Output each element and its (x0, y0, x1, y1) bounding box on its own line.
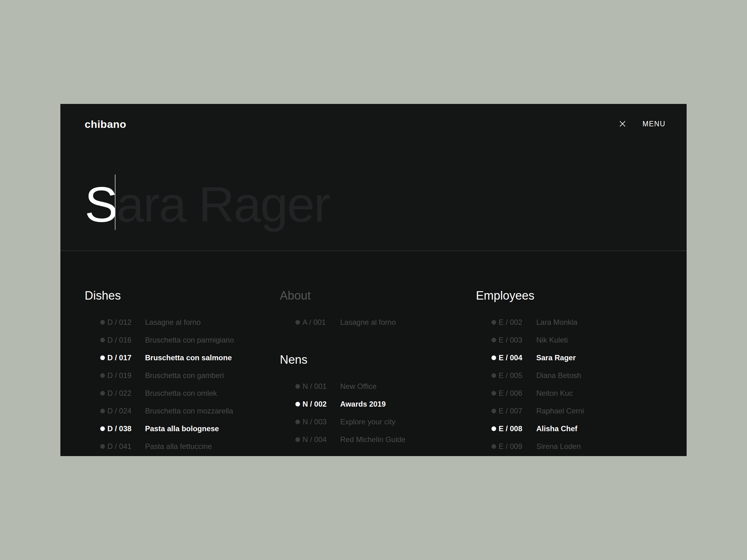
list-item[interactable]: E / 004Sara Rager (476, 349, 663, 367)
list-item[interactable]: E / 002Lara Monkla (476, 313, 663, 331)
list-item[interactable]: N / 001New Office (280, 377, 467, 395)
item-name: Bruschetta con omlek (145, 389, 217, 398)
list-item[interactable]: E / 008Alisha Chef (476, 420, 663, 437)
search-input[interactable]: S ara Rager (60, 104, 687, 250)
item-bullet-icon (491, 373, 496, 378)
section-heading: Employees (476, 290, 663, 301)
item-code: A / 001 (303, 318, 326, 327)
list-item[interactable]: N / 002Awards 2019 (280, 395, 467, 413)
list-item[interactable]: N / 003Explore your city (280, 413, 467, 431)
section-heading: Dishes (85, 290, 272, 301)
results-group: AboutA / 001Lasagne al forno (280, 290, 467, 331)
item-bullet-icon (295, 419, 300, 424)
search-section: chibano S ara Rager MENU (60, 104, 687, 250)
list-item[interactable]: D / 019Bruschetta con gamberi (85, 367, 272, 384)
item-bullet-icon (491, 444, 496, 449)
results-group: DishesD / 012Lasagne al fornoD / 016Brus… (85, 290, 272, 455)
item-name: Lara Monkla (536, 318, 577, 327)
top-actions: MENU (619, 120, 666, 128)
item-bullet-icon (100, 391, 105, 395)
list-item[interactable]: D / 012Lasagne al forno (85, 313, 272, 331)
menu-button[interactable]: MENU (642, 120, 666, 128)
item-bullet-icon (100, 444, 105, 449)
item-code: D / 038 (107, 424, 131, 433)
item-name: Lasagne al forno (340, 318, 396, 327)
item-bullet-icon (100, 426, 105, 431)
item-name: Raphael Cerni (536, 407, 584, 415)
item-name: Lasagne al forno (145, 318, 201, 327)
item-name: Sirena Loden (536, 442, 581, 451)
item-name: Pasta alla fettuccine (145, 442, 212, 451)
list-item[interactable]: A / 001Lasagne al forno (280, 313, 467, 331)
item-code: N / 004 (303, 435, 327, 444)
item-code: D / 016 (107, 336, 131, 344)
item-bullet-icon (295, 437, 300, 442)
item-bullet-icon (491, 320, 496, 324)
results-list: A / 001Lasagne al forno (280, 313, 467, 331)
list-item[interactable]: D / 017Bruschetta con salmone (85, 349, 272, 367)
results-list: D / 012Lasagne al fornoD / 016Bruschetta… (85, 313, 272, 455)
item-bullet-icon (491, 391, 496, 395)
item-name: New Office (340, 382, 377, 391)
list-item[interactable]: E / 009Sirena Loden (476, 437, 663, 455)
close-icon[interactable] (619, 121, 626, 127)
page-background: { "header": { "logo": "chibano", "menu_l… (0, 0, 747, 560)
item-bullet-icon (491, 408, 496, 413)
list-item[interactable]: E / 006Neiton Kuc (476, 384, 663, 402)
item-bullet-icon (491, 426, 496, 431)
employees-column: EmployeesE / 002Lara MonklaE / 003Nik Ku… (476, 251, 663, 455)
item-code: E / 002 (499, 318, 522, 327)
item-bullet-icon (100, 408, 105, 413)
list-item[interactable]: D / 024Bruschetta con mozzarella (85, 402, 272, 420)
item-bullet-icon (100, 338, 105, 342)
item-code: E / 008 (499, 424, 522, 433)
results-group: EmployeesE / 002Lara MonklaE / 003Nik Ku… (476, 290, 663, 455)
item-bullet-icon (295, 384, 300, 389)
list-item[interactable]: E / 003Nik Kuleti (476, 331, 663, 349)
list-item[interactable]: D / 038Pasta alla bolognese (85, 420, 272, 437)
item-code: E / 009 (499, 442, 522, 451)
item-name: Alisha Chef (536, 424, 577, 433)
item-name: Awards 2019 (340, 400, 386, 408)
item-bullet-icon (491, 355, 496, 360)
item-code: E / 003 (499, 336, 522, 344)
item-code: D / 017 (107, 353, 131, 362)
item-name: Diana Betosh (536, 371, 581, 380)
item-name: Bruschetta con mozzarella (145, 407, 233, 415)
item-name: Bruschetta con salmone (145, 353, 232, 362)
list-item[interactable]: D / 016Bruschetta con parmigiano (85, 331, 272, 349)
item-bullet-icon (100, 320, 105, 324)
item-code: D / 041 (107, 442, 131, 451)
about-news-column: AboutA / 001Lasagne al fornoNensN / 001N… (280, 251, 467, 448)
search-typed-text: S (85, 180, 117, 229)
list-item[interactable]: N / 004Red Michelin Guide (280, 431, 467, 448)
item-code: N / 002 (303, 400, 327, 408)
menu-overlay-panel: chibano S ara Rager MENU DishesD / 012La… (60, 104, 687, 456)
list-item[interactable]: E / 005Diana Betosh (476, 367, 663, 384)
item-bullet-icon (491, 338, 496, 342)
item-code: D / 019 (107, 371, 131, 380)
item-bullet-icon (295, 402, 300, 406)
item-name: Neiton Kuc (536, 389, 573, 398)
item-code: E / 007 (499, 407, 522, 415)
search-suggestion-text: ara Rager (117, 180, 329, 229)
item-code: D / 024 (107, 407, 131, 415)
item-code: E / 004 (499, 353, 522, 362)
list-item[interactable]: D / 041Pasta alla fettuccine (85, 437, 272, 455)
item-code: E / 005 (499, 371, 522, 380)
item-code: E / 006 (499, 389, 522, 398)
text-cursor (115, 175, 115, 230)
item-name: Nik Kuleti (536, 336, 568, 344)
results-section: DishesD / 012Lasagne al fornoD / 016Brus… (60, 250, 687, 456)
item-name: Bruschetta con gamberi (145, 371, 224, 380)
item-code: N / 003 (303, 418, 327, 426)
results-list: E / 002Lara MonklaE / 003Nik KuletiE / 0… (476, 313, 663, 455)
list-item[interactable]: D / 022Bruschetta con omlek (85, 384, 272, 402)
item-name: Red Michelin Guide (340, 435, 405, 444)
item-name: Pasta alla bolognese (145, 424, 219, 433)
item-bullet-icon (100, 373, 105, 378)
section-heading: Nens (280, 354, 467, 366)
item-code: D / 012 (107, 318, 131, 327)
list-item[interactable]: E / 007Raphael Cerni (476, 402, 663, 420)
item-name: Sara Rager (536, 353, 576, 362)
